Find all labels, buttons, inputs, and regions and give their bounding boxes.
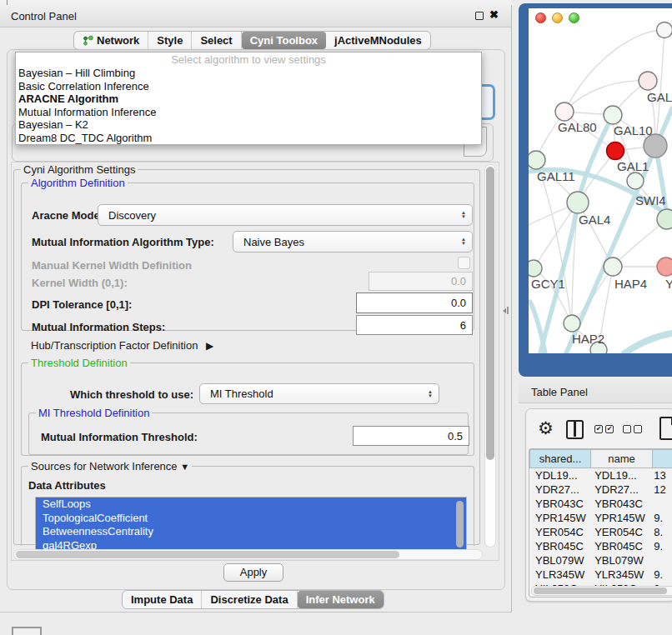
select-all-icon[interactable]: ✔ ✔ — [594, 425, 614, 433]
node-gal11[interactable] — [529, 151, 545, 169]
tab-select[interactable]: Select — [192, 32, 241, 49]
list-scrollbar-thumb[interactable] — [456, 501, 464, 548]
node-salmon[interactable] — [657, 258, 672, 276]
tab-label: jActiveMNodules — [334, 34, 422, 47]
data-attributes-list[interactable]: SelfLoops TopologicalCoefficient Between… — [35, 497, 467, 553]
checkbox-checked-icon: ✔ — [605, 425, 614, 433]
split-columns-icon[interactable] — [566, 420, 584, 439]
table-row[interactable]: YBL079W YBL079W — [529, 553, 672, 568]
table-horizontal-scrollbar[interactable] — [531, 586, 672, 596]
node-gray[interactable] — [644, 134, 667, 158]
new-document-icon[interactable] — [659, 417, 672, 440]
attribute-item-selected[interactable]: SelfLoops — [36, 498, 466, 512]
tab-discretize-data[interactable]: Discretize Data — [202, 591, 297, 608]
tab-style[interactable]: Style — [148, 32, 192, 49]
algorithm-option[interactable]: Basic Correlation Inference — [16, 80, 481, 93]
table-row[interactable]: YBR043C YBR043C — [529, 497, 672, 511]
table-body[interactable]: YDL19... YDL19... 13 YDR27... YDR27... 1… — [529, 468, 672, 586]
node-label: GAL10 — [614, 123, 653, 138]
table-row[interactable]: YLR345W YLR345W 9. — [529, 568, 672, 582]
collapsed-panel-chip[interactable] — [12, 627, 42, 635]
mi-type-value: Naive Bayes — [243, 236, 304, 248]
close-button[interactable] — [535, 12, 546, 23]
tab-network[interactable]: Network — [74, 32, 148, 49]
node-gcy1[interactable] — [529, 260, 542, 277]
column-header-name[interactable]: name — [591, 449, 653, 468]
table-row[interactable]: YDL19... YDL19... 13 — [529, 468, 672, 482]
node[interactable] — [657, 22, 672, 38]
cell-name: YBL079W — [589, 553, 648, 568]
attribute-item-selected[interactable]: BetweennessCentrality — [36, 525, 466, 539]
node-gal4[interactable] — [567, 192, 589, 213]
cyni-algorithm-settings-group: Cyni Algorithm Settings Algorithm Defini… — [13, 169, 480, 545]
algorithm-option-highlighted[interactable]: ARACNE Algorithm — [16, 92, 481, 106]
aracne-mode-value: Discovery — [108, 209, 156, 222]
algorithm-option[interactable]: Dream8 DC_TDC Algorithm — [16, 132, 481, 145]
node-swi4[interactable] — [657, 209, 672, 229]
which-threshold-value: MI Threshold — [210, 388, 273, 400]
horizontal-scrollbar-thumb[interactable] — [16, 551, 399, 558]
network-canvas[interactable]: GAL GAL80 GAL10 GAL1 GAL11 SWI4 GAL4 GCY… — [529, 8, 672, 353]
float-window-icon[interactable] — [475, 12, 484, 20]
algorithm-option[interactable]: Bayesian – Hill Climbing — [16, 67, 481, 80]
sources-title[interactable]: Sources for Network Inference ▼ — [28, 460, 192, 472]
tab-label: Style — [157, 34, 183, 47]
attribute-item-selected[interactable]: TopologicalCoefficient — [36, 512, 466, 526]
mi-threshold-input[interactable]: 0.5 — [353, 426, 469, 446]
node-label: HAP4 — [614, 277, 647, 291]
node-gal80[interactable] — [555, 102, 574, 121]
node-gal2[interactable] — [639, 72, 657, 90]
table-row[interactable]: YBR045C YBR045C 9. — [529, 539, 672, 553]
settings-horizontal-scrollbar[interactable] — [13, 549, 483, 560]
table-row[interactable]: YPR145W YPR145W 9. — [529, 511, 672, 525]
hub-tf-label: Hub/Transcription Factor Definition — [31, 339, 198, 352]
tab-infer-network[interactable]: Infer Network — [298, 591, 384, 608]
hub-tf-definition-toggle[interactable]: Hub/Transcription Factor Definition ▶ — [31, 339, 213, 352]
cell-name: YLR345W — [589, 568, 648, 582]
which-threshold-select[interactable]: MI Threshold ▲▼ — [199, 383, 439, 404]
node-hap4[interactable] — [604, 258, 622, 276]
tab-jactivemnodules[interactable]: jActiveMNodules — [326, 32, 430, 49]
node-gal10[interactable] — [604, 106, 622, 124]
cell-value: 9. — [648, 539, 672, 553]
column-header-clipped[interactable] — [653, 449, 672, 468]
table-row[interactable]: YER054C YER054C 8. — [529, 525, 672, 539]
node-label: HAP2 — [572, 332, 604, 346]
close-icon[interactable]: ✖ — [489, 8, 499, 21]
table-hscroll-thumb[interactable] — [534, 588, 667, 594]
deselect-all-icon[interactable] — [623, 425, 642, 433]
tab-label: Select — [200, 34, 232, 47]
tab-cyni-toolbox[interactable]: Cyni Toolbox — [242, 32, 326, 49]
cell-shared: YER054C — [529, 525, 589, 539]
dpi-tolerance-input[interactable]: 0.0 — [356, 292, 473, 313]
cell-value: 9. — [648, 568, 672, 582]
algorithm-option[interactable]: Mutual Information Inference — [16, 106, 481, 119]
splitter-collapse-handle[interactable] — [503, 307, 511, 315]
algorithm-option[interactable]: Bayesian – K2 — [16, 118, 481, 132]
aracne-mode-select[interactable]: Discovery ▲▼ — [98, 204, 473, 226]
minimize-button[interactable] — [552, 12, 563, 23]
top-tabstrip: Network Style Select Cyni Toolbox jActiv… — [73, 31, 431, 50]
settings-gear-icon[interactable]: ⚙ — [538, 419, 554, 437]
tab-label: Cyni Toolbox — [250, 34, 318, 47]
mi-steps-input[interactable]: 6 — [356, 315, 473, 335]
manual-kernel-checkbox[interactable] — [458, 257, 470, 269]
apply-button[interactable]: Apply — [223, 563, 283, 582]
settings-vertical-scrollbar[interactable] — [484, 164, 496, 548]
cell-shared: YLR345W — [529, 568, 589, 582]
vertical-scrollbar-thumb[interactable] — [486, 167, 494, 460]
mi-algorithm-type-select[interactable]: Naive Bayes ▲▼ — [233, 231, 473, 252]
cell-shared: YBR043C — [529, 497, 589, 511]
expanded-arrow-icon: ▼ — [180, 462, 189, 472]
tab-label: Impute Data — [131, 593, 193, 606]
node-label: GAL1 — [617, 159, 649, 173]
node-hap2[interactable] — [564, 315, 580, 332]
zoom-button[interactable] — [569, 12, 579, 23]
column-header-shared-name[interactable]: shared... — [529, 449, 591, 468]
tab-impute-data[interactable]: Impute Data — [123, 591, 202, 608]
node-gal1-selected[interactable] — [607, 142, 624, 160]
node[interactable] — [627, 172, 644, 189]
node-label: GAL80 — [558, 120, 597, 134]
table-row[interactable]: YDR27... YDR27... 12 — [529, 482, 672, 497]
checkbox-empty-icon — [634, 425, 642, 433]
